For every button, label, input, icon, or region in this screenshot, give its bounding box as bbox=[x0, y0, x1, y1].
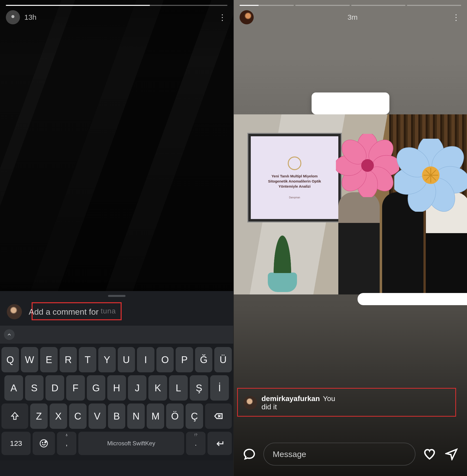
key-u[interactable]: U bbox=[118, 347, 135, 372]
on-screen-keyboard: QWERTYUIOPĞÜ ASDFGHJKLŞİ ZXCVBNMÖÇ 123 bbox=[0, 344, 233, 461]
university-logo-icon bbox=[288, 157, 301, 170]
key-h[interactable]: H bbox=[107, 375, 126, 401]
message-input-pill[interactable] bbox=[263, 443, 415, 465]
progress-segment bbox=[240, 5, 294, 6]
key-g[interactable]: G bbox=[87, 375, 105, 401]
story-view-left: 13h ⋮ tuna QWERTYUIOPĞÜ bbox=[0, 0, 234, 476]
story-author-avatar[interactable] bbox=[240, 10, 254, 24]
space-key[interactable]: Microsoft SwiftKey bbox=[78, 432, 184, 455]
key-ç[interactable]: Ç bbox=[186, 403, 203, 429]
story-caption-strip bbox=[358, 293, 467, 305]
key-y[interactable]: Y bbox=[98, 347, 116, 372]
message-input[interactable] bbox=[273, 450, 406, 459]
story-sticker-card[interactable] bbox=[311, 93, 389, 114]
key-m[interactable]: M bbox=[147, 403, 164, 429]
story-header-right: 3m ⋮ bbox=[234, 0, 467, 24]
story-photo-content: Yeni Tanılı Multipl Miyelom Sitogenetik … bbox=[234, 114, 467, 294]
suggestion-expand-toggle[interactable] bbox=[4, 329, 15, 340]
key-v[interactable]: V bbox=[89, 403, 106, 429]
progress-segment bbox=[295, 5, 350, 6]
key-q[interactable]: Q bbox=[1, 347, 19, 372]
story-comment-overlay: demirkayafurkan You did it bbox=[239, 392, 340, 414]
flower-sticker-blue bbox=[394, 139, 467, 212]
backspace-key[interactable] bbox=[205, 403, 232, 429]
emoji-key[interactable] bbox=[33, 432, 55, 455]
key-a[interactable]: A bbox=[4, 375, 23, 401]
key-w[interactable]: W bbox=[21, 347, 39, 372]
key-ü[interactable]: Ü bbox=[214, 347, 232, 372]
story-progress bbox=[6, 5, 227, 6]
svg-rect-5 bbox=[66, 434, 67, 436]
person-1 bbox=[338, 192, 380, 294]
story-dim-overlay bbox=[0, 0, 233, 296]
flower-sticker-pink bbox=[336, 134, 399, 197]
story-timestamp: 3m bbox=[348, 13, 358, 21]
keyboard-row-2: ASDFGHJKLŞİ bbox=[1, 375, 232, 401]
enter-key[interactable] bbox=[208, 432, 232, 455]
progress-segment bbox=[6, 5, 227, 6]
key-j[interactable]: J bbox=[128, 375, 147, 401]
key-o[interactable]: O bbox=[156, 347, 174, 372]
progress-segment bbox=[351, 5, 405, 6]
key-r[interactable]: R bbox=[60, 347, 77, 372]
keyboard-suggestion-bar bbox=[0, 326, 233, 344]
current-user-avatar[interactable] bbox=[7, 304, 22, 319]
key-d[interactable]: D bbox=[45, 375, 64, 401]
key-e[interactable]: E bbox=[40, 347, 58, 372]
sheet-drag-handle[interactable] bbox=[108, 295, 126, 297]
presentation-screen: Yeni Tanılı Multipl Miyelom Sitogenetik … bbox=[248, 134, 341, 222]
keyboard-row-4: 123 , Microsoft SwiftKey !? . bbox=[1, 432, 232, 455]
key-c[interactable]: C bbox=[69, 403, 87, 429]
svg-point-2 bbox=[40, 440, 47, 447]
comma-key[interactable]: , bbox=[57, 432, 76, 455]
key-s[interactable]: S bbox=[25, 375, 44, 401]
progress-segment bbox=[407, 5, 461, 6]
mic-icon bbox=[65, 433, 69, 438]
key-l[interactable]: L bbox=[169, 375, 188, 401]
key-ö[interactable]: Ö bbox=[166, 403, 184, 429]
presentation-title-line2: Sitogenetik Anomalilerin Optik bbox=[268, 179, 321, 184]
period-key[interactable]: !? . bbox=[186, 432, 206, 455]
svg-point-16 bbox=[361, 159, 374, 172]
key-f[interactable]: F bbox=[66, 375, 85, 401]
story-author-avatar[interactable] bbox=[6, 10, 20, 24]
shift-key[interactable] bbox=[1, 403, 28, 429]
key-ş[interactable]: Ş bbox=[190, 375, 208, 401]
key-z[interactable]: Z bbox=[30, 403, 48, 429]
presentation-title-line3: Yöntemiyle Analizi bbox=[278, 184, 311, 189]
presentation-title-line1: Yeni Tanılı Multipl Miyelom bbox=[272, 173, 318, 179]
comment-hint-suffix: tuna bbox=[101, 307, 116, 315]
key-k[interactable]: K bbox=[148, 375, 167, 401]
comment-bottom-sheet: tuna QWERTYUIOPĞÜ ASDFGHJKLŞİ ZXCVBNMÖÇ bbox=[0, 291, 233, 476]
key-ğ[interactable]: Ğ bbox=[195, 347, 213, 372]
punct-hint: !? bbox=[194, 433, 197, 437]
story-timestamp: 13h bbox=[24, 13, 37, 21]
comment-input[interactable] bbox=[28, 304, 226, 319]
key-i[interactable]: I bbox=[137, 347, 155, 372]
story-more-menu[interactable]: ⋮ bbox=[452, 13, 461, 21]
key-b[interactable]: B bbox=[108, 403, 126, 429]
comma-label: , bbox=[66, 439, 68, 447]
keyboard-row-1: QWERTYUIOPĞÜ bbox=[1, 347, 232, 372]
story-progress-right bbox=[240, 5, 461, 6]
svg-point-3 bbox=[42, 442, 43, 443]
presentation-subtitle: Danışman bbox=[289, 196, 300, 199]
key-p[interactable]: P bbox=[176, 347, 193, 372]
key-t[interactable]: T bbox=[79, 347, 96, 372]
commenter-avatar[interactable] bbox=[244, 396, 257, 410]
keyboard-row-3: ZXCVBNMÖÇ bbox=[1, 403, 232, 429]
plant-decor bbox=[268, 273, 297, 292]
chat-bubble-icon[interactable] bbox=[242, 446, 257, 462]
key-x[interactable]: X bbox=[50, 403, 67, 429]
key-i̇[interactable]: İ bbox=[210, 375, 229, 401]
share-story-button[interactable] bbox=[444, 446, 459, 462]
like-story-button[interactable] bbox=[422, 446, 437, 462]
numeric-toggle-key[interactable]: 123 bbox=[1, 432, 31, 455]
story-reply-bar bbox=[234, 439, 467, 469]
story-view-right: Yeni Tanılı Multipl Miyelom Sitogenetik … bbox=[234, 0, 467, 476]
story-header: 13h ⋮ bbox=[0, 0, 233, 24]
period-label: . bbox=[195, 439, 197, 447]
story-more-menu[interactable]: ⋮ bbox=[218, 13, 227, 21]
key-n[interactable]: N bbox=[127, 403, 145, 429]
commenter-username[interactable]: demirkayafurkan bbox=[261, 395, 320, 402]
